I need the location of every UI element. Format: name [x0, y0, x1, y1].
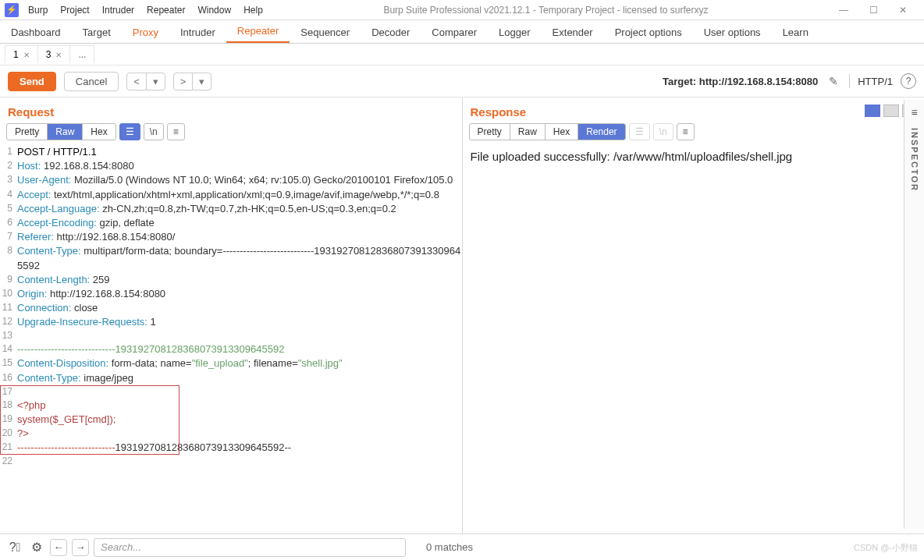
actions-icon[interactable]: ☰	[629, 123, 650, 140]
sub-tab-1[interactable]: 1✕	[5, 45, 38, 63]
request-editor[interactable]: 1POST / HTTP/1.12Host: 192.168.8.154:808…	[0, 145, 462, 533]
action-bar: Send Cancel < ▾ > ▾ Target: http://192.1…	[0, 66, 924, 97]
menu-intruder[interactable]: Intruder	[102, 5, 134, 16]
response-pane: Response PrettyRawHexRender ☰ \n ≡ File …	[463, 97, 925, 533]
help-icon[interactable]: ?⃝	[6, 539, 23, 556]
response-title: Response	[463, 97, 535, 123]
matches-label: 0 matches	[426, 541, 473, 553]
history-prev-dropdown[interactable]: ▾	[147, 73, 165, 90]
history-next-group: > ▾	[173, 73, 212, 90]
hamburger-icon[interactable]: ≡	[677, 123, 695, 140]
close-button[interactable]: ✕	[888, 0, 918, 20]
search-next-icon[interactable]: →	[72, 539, 89, 556]
close-icon[interactable]: ✕	[23, 51, 30, 59]
menu-project[interactable]: Project	[60, 5, 89, 16]
response-view-bar: PrettyRawHexRender ☰ \n ≡	[463, 123, 925, 145]
app-logo: ⚡	[5, 3, 19, 17]
inspector-toggle-icon[interactable]: ≡	[911, 106, 917, 119]
sub-tab-more[interactable]: ...	[70, 45, 94, 63]
tab-sequencer[interactable]: Sequencer	[290, 22, 361, 43]
cancel-button[interactable]: Cancel	[64, 72, 119, 91]
menu-window[interactable]: Window	[197, 5, 231, 16]
response-view-pretty[interactable]: Pretty	[470, 124, 510, 140]
response-body[interactable]: File uploaded successfully: /var/www/htm…	[463, 145, 925, 533]
response-view-render[interactable]: Render	[578, 124, 624, 140]
titlebar: ⚡ Burp Project Intruder Repeater Window …	[0, 0, 924, 20]
history-next-dropdown[interactable]: ▾	[193, 73, 211, 90]
close-icon[interactable]: ✕	[55, 51, 62, 59]
tab-decoder[interactable]: Decoder	[361, 22, 421, 43]
footer-bar: ?⃝ ⚙ ← → Search... 0 matches	[0, 533, 924, 560]
layout-rows-icon[interactable]	[883, 105, 899, 117]
window-title: Burp Suite Professional v2021.12.1 - Tem…	[263, 5, 829, 16]
sub-tab-3[interactable]: 3✕	[38, 45, 71, 63]
request-title: Request	[0, 97, 462, 123]
help-icon[interactable]: ?	[901, 73, 916, 89]
response-view-hex[interactable]: Hex	[546, 124, 578, 140]
menu-help[interactable]: Help	[243, 5, 263, 16]
layout-columns-icon[interactable]	[865, 105, 880, 117]
tab-learn[interactable]: Learn	[772, 22, 819, 43]
history-prev-button[interactable]: <	[127, 73, 147, 90]
request-view-raw[interactable]: Raw	[48, 124, 83, 140]
actions-icon[interactable]: ☰	[119, 123, 140, 140]
send-button[interactable]: Send	[8, 72, 56, 91]
newline-icon[interactable]: \n	[653, 123, 673, 140]
http-version-label[interactable]: HTTP/1	[858, 76, 893, 87]
tab-extender[interactable]: Extender	[542, 22, 604, 43]
work-area: Request PrettyRawHex ☰ \n ≡ 1POST / HTTP…	[0, 97, 924, 533]
tab-proxy[interactable]: Proxy	[122, 22, 169, 43]
tab-logger[interactable]: Logger	[488, 22, 541, 43]
response-view-seg: PrettyRawHexRender	[469, 123, 626, 140]
repeater-sub-tabs: 1✕ 3✕ ...	[0, 44, 924, 66]
inspector-panel[interactable]: ≡ INSPECTOR	[904, 100, 924, 529]
edit-target-icon[interactable]: ✎	[826, 75, 841, 87]
request-pane: Request PrettyRawHex ☰ \n ≡ 1POST / HTTP…	[0, 97, 463, 533]
main-tabs: DashboardTargetProxyIntruderRepeaterSequ…	[0, 20, 924, 44]
tab-comparer[interactable]: Comparer	[421, 22, 488, 43]
window-controls: — ☐ ✕	[829, 0, 924, 20]
menu-bar: Burp Project Intruder Repeater Window He…	[23, 5, 263, 16]
minimize-button[interactable]: —	[829, 0, 858, 20]
tab-target[interactable]: Target	[72, 22, 122, 43]
history-prev-group: < ▾	[126, 73, 165, 90]
tab-project-options[interactable]: Project options	[604, 22, 693, 43]
response-view-raw[interactable]: Raw	[510, 124, 546, 140]
request-view-seg: PrettyRawHex	[6, 123, 116, 140]
tab-user-options[interactable]: User options	[693, 22, 772, 43]
watermark: CSDN @-小野猫	[854, 542, 918, 554]
tab-intruder[interactable]: Intruder	[169, 22, 226, 43]
request-view-pretty[interactable]: Pretty	[7, 124, 48, 140]
history-next-button[interactable]: >	[174, 73, 194, 90]
menu-repeater[interactable]: Repeater	[147, 5, 185, 16]
request-view-hex[interactable]: Hex	[83, 124, 115, 140]
separator	[849, 74, 850, 88]
search-prev-icon[interactable]: ←	[50, 539, 67, 556]
maximize-button[interactable]: ☐	[858, 0, 888, 20]
hamburger-icon[interactable]: ≡	[167, 123, 185, 140]
tab-repeater[interactable]: Repeater	[226, 20, 290, 43]
tab-dashboard[interactable]: Dashboard	[0, 22, 72, 43]
search-input[interactable]: Search...	[94, 538, 406, 557]
target-label: Target: http://192.168.8.154:8080	[663, 76, 818, 87]
newline-icon[interactable]: \n	[144, 123, 164, 140]
response-text: File uploaded successfully: /var/www/htm…	[471, 150, 793, 163]
menu-burp[interactable]: Burp	[28, 5, 48, 16]
gear-icon[interactable]: ⚙	[28, 539, 45, 556]
request-view-bar: PrettyRawHex ☰ \n ≡	[0, 123, 462, 145]
